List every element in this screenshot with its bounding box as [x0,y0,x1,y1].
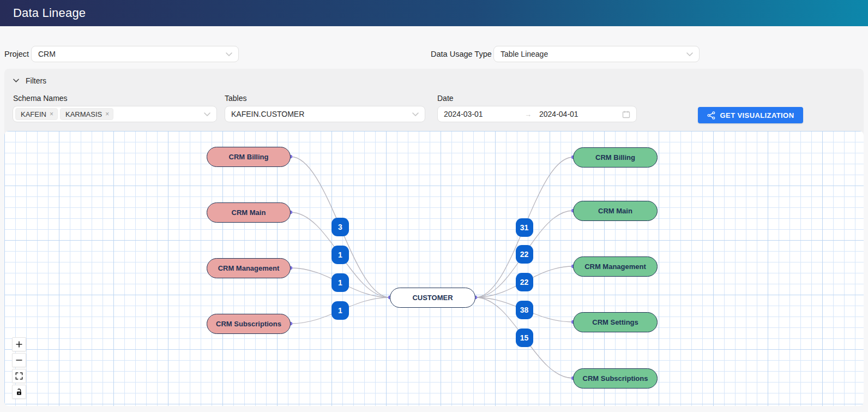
lineage-canvas[interactable]: CRM Billing3CRM Main1CRM Management1CRM … [4,131,864,406]
chevron-down-icon [412,112,419,117]
chevron-down-icon [686,52,693,57]
edge-count-badge: 22 [516,273,533,291]
target-node-crm-settings[interactable]: CRM Settings [573,312,658,332]
chevron-down-icon [204,112,210,117]
page-title: Data Lineage [13,6,86,20]
edge-count-badge: 15 [516,329,533,347]
data-usage-type-label: Data Usage Type [431,46,492,62]
filters-panel: Filters Schema Names Tables Date KAFEIN×… [4,69,864,406]
filters-title: Filters [26,76,46,85]
center-node-customer[interactable]: CUSTOMER [390,288,475,308]
source-node-crm-subscriptions[interactable]: CRM Subscriptions [207,314,291,334]
canvas-controls [12,337,26,399]
zoom-in-button[interactable] [12,337,26,351]
target-node-crm-management[interactable]: CRM Management [573,256,658,277]
get-visualization-label: GET VISUALIZATION [720,111,794,120]
date-label: Date [437,94,454,103]
remove-tag-icon[interactable]: × [50,111,53,117]
zoom-out-button[interactable] [12,353,26,367]
minus-icon [15,356,23,364]
calendar-icon[interactable] [622,110,630,118]
date-end-input[interactable]: 2024-04-01 [539,110,618,118]
project-select[interactable]: CRM [31,46,239,62]
filters-collapse-toggle[interactable]: Filters [13,75,46,86]
edges-layer [4,131,864,406]
date-range-picker[interactable]: 2024-03-01 → 2024-04-01 [437,106,637,122]
schema-names-label: Schema Names [13,94,68,103]
data-usage-type-select-value: Table Lineage [501,50,548,58]
fit-view-icon [15,372,23,380]
edge-count-badge: 1 [331,301,349,320]
tables-label: Tables [225,94,246,103]
date-start-input[interactable]: 2024-03-01 [444,110,525,118]
range-arrow-icon: → [525,110,539,118]
project-label: Project [4,46,29,62]
schema-tag: KAFEIN× [15,108,58,120]
schema-tag-label: KARMASIS [65,110,102,118]
plus-icon [15,341,23,348]
edge-count-badge: 1 [331,246,349,264]
app-header: Data Lineage [0,0,868,26]
edge-count-badge: 3 [331,218,349,236]
edge-count-badge: 22 [516,245,533,264]
source-node-crm-main[interactable]: CRM Main [207,202,291,223]
source-node-crm-management[interactable]: CRM Management [207,258,291,278]
get-visualization-button[interactable]: GET VISUALIZATION [698,107,803,123]
edge-count-badge: 38 [516,301,533,319]
source-node-crm-billing[interactable]: CRM Billing [207,147,291,167]
share-icon [707,111,715,120]
fit-view-button[interactable] [12,369,26,383]
edge-count-badge: 31 [516,218,533,237]
data-usage-type-select[interactable]: Table Lineage [493,46,700,62]
schema-names-select[interactable]: KAFEIN×KARMASIS× [13,106,217,122]
lock-open-icon [15,388,23,396]
remove-tag-icon[interactable]: × [105,111,109,117]
lock-toggle-button[interactable] [12,385,26,399]
project-select-value: CRM [38,50,56,58]
target-node-crm-subscriptions[interactable]: CRM Subscriptions [573,368,658,389]
schema-tag-label: KAFEIN [21,110,46,118]
chevron-down-icon [226,52,232,57]
target-node-crm-billing[interactable]: CRM Billing [573,147,658,168]
chevron-down-icon [13,79,19,83]
tables-select[interactable]: KAFEIN.CUSTOMER [225,106,425,122]
schema-tag: KARMASIS× [60,108,113,120]
tables-select-value: KAFEIN.CUSTOMER [231,110,304,118]
edge-count-badge: 1 [331,273,349,292]
target-node-crm-main[interactable]: CRM Main [573,201,658,221]
